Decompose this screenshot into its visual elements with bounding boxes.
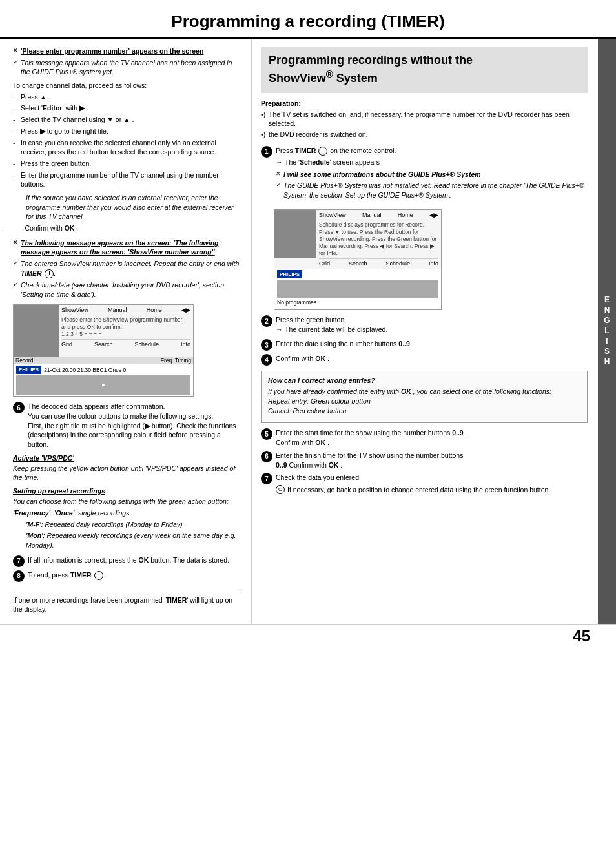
section2-check2: Check time/date (see chapter 'Installing…	[13, 280, 242, 299]
tv-screen-1: ShowView Manual Home ◀▶ Please enter the…	[13, 304, 194, 397]
page-title-bar: Programming a recording (TIMER)	[0, 0, 616, 39]
english-sidebar: ENGLISH	[598, 39, 616, 624]
tv-content-1: ShowView Manual Home ◀▶ Please enter the…	[59, 305, 193, 357]
step4-right: 4 Confirm with OK .	[261, 354, 588, 366]
record-label: Record	[15, 357, 33, 364]
step6-left: 6 The decoded data appears after confirm…	[13, 402, 242, 449]
external-note: If the source you have selected is an ex…	[13, 193, 242, 222]
step1-check: The GUIDE Plus+® System was not installe…	[276, 181, 588, 200]
bottom-note-text: If one or more recordings have been prog…	[13, 596, 242, 614]
setting-repeat-text: You can choose from the following settin…	[13, 497, 242, 506]
confirm-ok-1: - Confirm with OK .	[13, 223, 242, 233]
preparation-label: Preparation:	[261, 99, 588, 107]
section1-check1: This message appears when the TV channel…	[13, 58, 242, 77]
right-column: Programming recordings without theShowVi…	[252, 39, 616, 624]
mon-line: 'Mon': Repeated weekly recordings (every…	[13, 531, 242, 550]
step5-right: 5 Enter the start time for the show usin…	[261, 428, 588, 447]
setting-repeat-section: Setting up repeat recordings You can cho…	[13, 487, 242, 550]
page-number: 45	[573, 627, 590, 645]
step2-right: 2 Press the green button. The current da…	[261, 315, 588, 336]
tv-screen-2: ShowView Manual Home ◀▶ Schedule display…	[274, 209, 442, 310]
correct-entries-title: How can I correct wrong entries?	[268, 377, 580, 384]
tv2-row-grid: Grid	[319, 260, 330, 267]
english-label: ENGLISH	[602, 295, 611, 368]
step5-content: Enter the start time for the show using …	[276, 428, 588, 447]
step8-content: To end, press TIMER .	[28, 570, 242, 580]
tv2-row-schedule: Schedule	[385, 260, 410, 267]
right-heading: Programming recordings without theShowVi…	[269, 53, 580, 87]
step7-circle: 7	[13, 555, 25, 567]
to-change-text: To change channel data, proceed as follo…	[13, 81, 242, 90]
section2-heading: The following message appears on the scr…	[13, 238, 242, 257]
step-press-right: Press ▶ to go to the right tile.	[13, 127, 242, 136]
step1-circle: 1	[261, 146, 272, 158]
preparation-section: Preparation: The TV set is switched on, …	[261, 99, 588, 140]
section2-check1: The entered ShowView number is incorrect…	[13, 259, 242, 278]
left-column: 'Please enter programme number' appears …	[0, 39, 252, 624]
tv2-menu-home: Home	[398, 212, 413, 218]
step7-left: 7 If all information is correct, press t…	[13, 555, 242, 567]
right-heading-box: Programming recordings without theShowVi…	[261, 47, 588, 93]
tv-menu-home: Home	[147, 307, 162, 313]
freq-timing: Freq. Timing	[161, 357, 191, 364]
step1-content: Press TIMER on the remote control. The '…	[276, 146, 588, 204]
step8-circle: 8	[13, 570, 25, 582]
tv2-menu-showview: ShowView	[319, 212, 346, 218]
step2-circle: 2	[261, 315, 272, 327]
tv2-info-text: Schedule displays programmes for Record.…	[319, 222, 438, 257]
tv-record-data: PHILIPS 21-Oct 20:00 21:30 BBC1 Once 0 ▶	[14, 364, 193, 396]
step6-right: 6 Enter the finish time for the TV show …	[261, 451, 588, 470]
step7-sub-text: If necessary, go back a position to chan…	[287, 485, 550, 495]
step-press-up: Press ▲ .	[13, 92, 242, 102]
page-title: Programming a recording (TIMER)	[0, 12, 616, 32]
prep-item-2: the DVD recorder is switched on.	[261, 130, 588, 140]
step4-circle: 4	[261, 354, 272, 366]
tv-menu-nav: ◀▶	[181, 307, 190, 313]
tv-content-2: ShowView Manual Home ◀▶ Schedule display…	[316, 210, 441, 269]
bottom-note: If one or more recordings have been prog…	[13, 590, 242, 614]
step2-content: Press the green button. The current date…	[276, 315, 588, 336]
tv-row-grid: Grid	[61, 341, 72, 348]
step7-right: 7 Check the data you entered. O If neces…	[261, 473, 588, 494]
step-external-receiver: In case you can receive the selected cha…	[13, 138, 242, 157]
philips-logo: PHILIPS	[16, 366, 41, 374]
section1-heading: 'Please enter programme number' appears …	[13, 47, 242, 56]
step4-content: Confirm with OK .	[276, 354, 588, 364]
activate-vps-text: Keep pressing the yellow action button u…	[13, 464, 242, 483]
philips-logo-2: PHILIPS	[277, 270, 302, 278]
step5-circle: 5	[261, 428, 272, 440]
tv-thumb-2	[274, 210, 316, 258]
tv2-row-info: Info	[429, 260, 438, 267]
tv-record-row: Record Freq. Timing	[14, 357, 193, 364]
step6-circle: 6	[13, 402, 25, 413]
step3-circle: 3	[261, 339, 272, 351]
page-number-bar: 45	[0, 624, 616, 650]
tv2-row-search: Search	[349, 260, 367, 267]
tv-menu-showview: ShowView	[61, 307, 88, 313]
tv-row-schedule: Schedule	[134, 341, 159, 348]
step1-x-item: I will see some informations about the G…	[276, 170, 588, 180]
step3-right: 3 Enter the date using the number button…	[261, 339, 588, 351]
step-select-editor: Select 'Editor' with ▶ .	[13, 103, 242, 113]
step6-right-content: Enter the finish time for the TV show us…	[276, 451, 588, 470]
prep-item-1: The TV set is switched on, and, if neces…	[261, 110, 588, 129]
frequency-line: 'Frequency': 'Once': single recordings	[13, 508, 242, 518]
tv2-menu-nav: ◀▶	[429, 212, 438, 218]
step3-content: Enter the date using the number buttons …	[276, 339, 588, 349]
tv2-menu-manual: Manual	[362, 212, 382, 218]
tv2-thumb-small	[277, 280, 438, 298]
step7-content: If all information is correct, press the…	[28, 555, 242, 565]
step1-arrow: The 'Schedule' screen appears	[276, 158, 588, 167]
tv-row-search: Search	[94, 341, 113, 348]
step-select-channel: Select the TV channel using ▼ or ▲ .	[13, 115, 242, 125]
circle-o: O	[276, 485, 285, 494]
step7-right-circle: 7	[261, 473, 272, 484]
step-enter-prog-num: Enter the programme number of the TV cha…	[13, 171, 242, 189]
tv-info-text-1: Please enter the ShowView programming nu…	[61, 317, 190, 338]
step7-right-content: Check the data you entered. O If necessa…	[276, 473, 588, 494]
step1-right: 1 Press TIMER on the remote control. The…	[261, 146, 588, 204]
step6-content: The decoded data appears after confirmat…	[28, 402, 242, 449]
activate-vps-heading: Activate 'VPS/PDC'	[13, 454, 242, 462]
tv-thumb-small: ▶	[16, 375, 190, 395]
record-entry: 21-Oct 20:00 21:30 BBC1 Once 0	[44, 367, 126, 373]
